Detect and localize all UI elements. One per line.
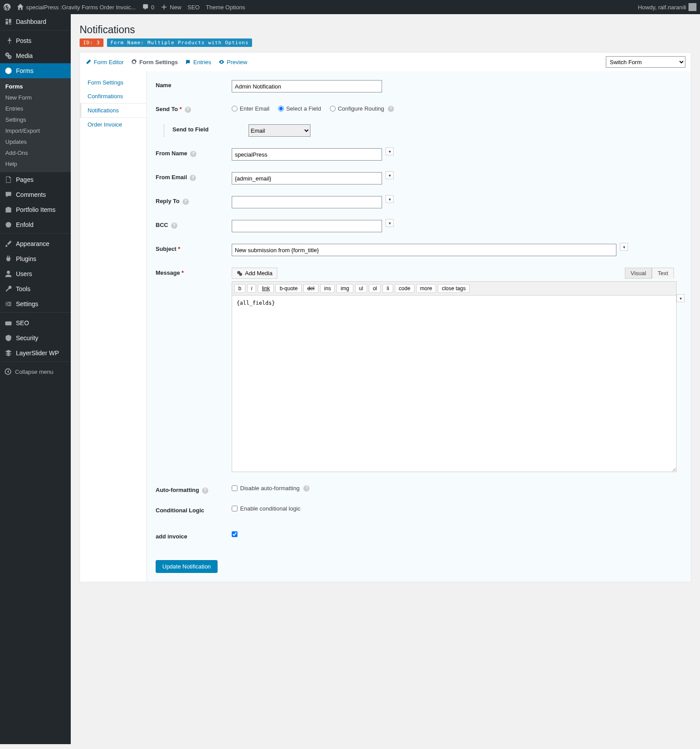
menu-users[interactable]: Users	[0, 266, 71, 281]
help-icon[interactable]: ?	[183, 199, 189, 205]
ed-link[interactable]: link	[258, 284, 274, 293]
subject-label: Subject *	[156, 244, 232, 252]
ed-img[interactable]: img	[337, 284, 353, 293]
help-icon[interactable]: ?	[388, 106, 394, 112]
ed-del[interactable]: del	[303, 284, 318, 293]
howdy-link[interactable]: Howdy, ralf.naranili	[638, 3, 696, 11]
submenu-forms[interactable]: Forms	[0, 81, 71, 92]
menu-pages[interactable]: Pages	[0, 172, 71, 187]
ed-ul[interactable]: ul	[355, 284, 367, 293]
ed-bold[interactable]: b	[234, 284, 245, 293]
switch-form-select[interactable]: Switch Form	[606, 56, 685, 68]
menu-plugins[interactable]: Plugins	[0, 251, 71, 266]
svg-rect-5	[5, 321, 11, 325]
seo-link[interactable]: SEO	[187, 4, 199, 11]
comments-link[interactable]: 0	[142, 4, 154, 11]
sendto-select-field[interactable]: Select a Field	[278, 105, 321, 112]
merge-tag-icon[interactable]: ▾	[386, 171, 394, 179]
ed-li[interactable]: li	[383, 284, 393, 293]
merge-tag-icon[interactable]: ▾	[677, 294, 685, 302]
menu-seo[interactable]: SEO	[0, 315, 71, 330]
menu-portfolio[interactable]: Portfolio Items	[0, 202, 71, 217]
svg-point-8	[239, 273, 242, 276]
settings-panel: Form Settings Confirmations Notification…	[80, 71, 691, 582]
submenu-entries[interactable]: Entries	[0, 103, 71, 114]
submenu-updates[interactable]: Updates	[0, 136, 71, 147]
nav-order-invoice[interactable]: Order Invoice	[80, 118, 146, 131]
toolbar-preview[interactable]: Preview	[218, 59, 247, 65]
menu-layerslider[interactable]: LayerSlider WP	[0, 346, 71, 361]
seo-icon	[4, 319, 12, 327]
help-icon[interactable]: ?	[190, 175, 196, 181]
name-input[interactable]	[232, 80, 382, 92]
help-icon[interactable]: ?	[202, 488, 208, 494]
ed-ol[interactable]: ol	[369, 284, 381, 293]
merge-tag-icon[interactable]: ▾	[386, 195, 394, 203]
submenu-addons[interactable]: Add-Ons	[0, 147, 71, 158]
merge-tag-icon[interactable]: ▾	[620, 243, 628, 251]
ed-code[interactable]: code	[395, 284, 414, 293]
menu-enfold[interactable]: Enfold	[0, 217, 71, 232]
toolbar-entries[interactable]: Entries	[185, 59, 211, 65]
menu-dashboard[interactable]: Dashboard	[0, 14, 71, 29]
subject-input[interactable]	[232, 244, 616, 256]
sendto-enter-email[interactable]: Enter Email	[232, 105, 269, 112]
submenu-help[interactable]: Help	[0, 158, 71, 169]
ed-more[interactable]: more	[416, 284, 436, 293]
send-to-field-select[interactable]: Email	[249, 124, 310, 137]
message-textarea[interactable]	[232, 295, 677, 472]
help-icon[interactable]: ?	[171, 223, 177, 229]
nav-notifications[interactable]: Notifications	[80, 103, 147, 118]
autoformat-checkbox[interactable]	[232, 485, 237, 491]
collapse-menu[interactable]: Collapse menu	[0, 365, 71, 379]
menu-media[interactable]: Media	[0, 48, 71, 63]
ed-italic[interactable]: i	[247, 284, 256, 293]
editor-tab-visual[interactable]: Visual	[625, 268, 652, 279]
wp-logo[interactable]	[4, 4, 11, 11]
nav-confirmations[interactable]: Confirmations	[80, 89, 146, 103]
bcc-label: BCC ?	[156, 220, 232, 229]
conditional-checkbox[interactable]	[232, 506, 237, 511]
update-notification-button[interactable]: Update Notification	[156, 560, 218, 573]
menu-posts[interactable]: Posts	[0, 33, 71, 48]
ed-bquote[interactable]: b-quote	[275, 284, 302, 293]
add-media-button[interactable]: Add Media	[232, 268, 277, 279]
merge-tag-icon[interactable]: ▾	[386, 147, 394, 155]
help-icon[interactable]: ?	[303, 485, 310, 492]
merge-tag-icon[interactable]: ▾	[386, 219, 394, 227]
toolbar-form-editor[interactable]: Form Editor	[85, 59, 124, 65]
forms-icon	[4, 67, 12, 75]
help-icon[interactable]: ?	[185, 107, 191, 113]
svg-rect-3	[6, 222, 11, 228]
wordpress-icon	[4, 4, 11, 11]
from-name-input[interactable]	[232, 148, 382, 161]
menu-forms[interactable]: Forms	[0, 63, 71, 78]
toolbar-form-settings[interactable]: Form Settings	[131, 59, 178, 65]
svg-point-4	[7, 271, 10, 274]
menu-comments[interactable]: Comments	[0, 187, 71, 202]
ed-close-tags[interactable]: close tags	[438, 284, 470, 293]
submenu-import-export[interactable]: Import/Export	[0, 125, 71, 136]
from-email-input[interactable]	[232, 172, 382, 184]
menu-tools[interactable]: Tools	[0, 281, 71, 296]
plus-icon	[161, 4, 168, 11]
new-link[interactable]: New	[161, 4, 181, 11]
menu-appearance[interactable]: Appearance	[0, 236, 71, 251]
reply-to-input[interactable]	[232, 196, 382, 208]
nav-form-settings[interactable]: Form Settings	[80, 76, 146, 89]
admin-sidebar: Dashboard Posts Media Forms Forms New Fo…	[0, 14, 71, 744]
menu-security[interactable]: Security	[0, 330, 71, 346]
ed-ins[interactable]: ins	[320, 284, 335, 293]
submenu-new-form[interactable]: New Form	[0, 92, 71, 103]
add-invoice-checkbox[interactable]	[232, 531, 237, 537]
theme-options-link[interactable]: Theme Options	[206, 4, 245, 11]
sendto-routing[interactable]: Configure Routing ?	[330, 105, 394, 112]
help-icon[interactable]: ?	[190, 151, 196, 157]
menu-settings[interactable]: Settings	[0, 296, 71, 311]
site-link[interactable]: specialPress :Gravity Forms Order Invoic…	[17, 4, 136, 11]
settings-nav: Form Settings Confirmations Notification…	[80, 71, 146, 582]
submenu-settings[interactable]: Settings	[0, 114, 71, 125]
eye-icon	[218, 59, 225, 65]
bcc-input[interactable]	[232, 220, 382, 232]
editor-tab-text[interactable]: Text	[652, 268, 674, 279]
